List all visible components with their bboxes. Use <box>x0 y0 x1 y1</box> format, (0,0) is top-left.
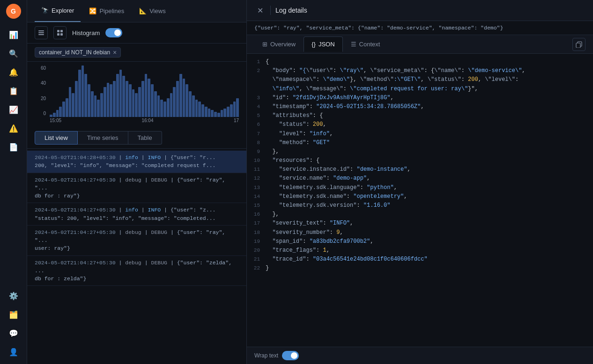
sidebar-item-alerts[interactable]: 🔔 <box>5 64 22 80</box>
line-number: 2 <box>247 66 266 75</box>
chart-bar <box>104 87 106 117</box>
log-level: debug <box>125 229 141 235</box>
chart-bar <box>145 74 148 117</box>
log-list[interactable]: 2024-05-02T21:04:28+05:30 | info | INFO … <box>27 149 246 364</box>
sidebar-item-dashboard[interactable]: 📋 <box>5 82 22 99</box>
list-item[interactable]: 2024-05-02T21:04:27+05:30 | info | INFO … <box>27 203 246 226</box>
line-number <box>247 75 266 84</box>
chart-bar <box>189 91 192 117</box>
log-body: {"user": "r... <box>170 154 216 160</box>
sidebar-bottom: ⚙️ 🗂️ 💬 👤 <box>5 287 22 360</box>
log-detail: "status": 200, "level": "info", "message… <box>35 215 215 221</box>
x-label-1505: 15:05 <box>50 118 61 123</box>
chart-bar <box>201 104 204 117</box>
json-line: 8 "method": "GET" <box>247 138 593 147</box>
json-line: 21 "trace_id": "03a4c56541e24bd08c1f0c64… <box>247 255 593 264</box>
views-label: Views <box>149 7 165 15</box>
line-content: "attributes": { <box>266 111 589 120</box>
log-timestamp: 2024-05-02T21:04:27+05:30 <box>35 229 116 235</box>
sidebar-item-settings[interactable]: ⚙️ <box>5 287 22 304</box>
chart-canvas <box>50 66 239 117</box>
sidebar-item-analytics[interactable]: 📈 <box>5 101 22 118</box>
chart-bar <box>88 84 90 117</box>
list-item[interactable]: 2024-05-02T21:04:27+05:30 | debug | DEBU… <box>27 173 246 204</box>
line-number: 18 <box>247 228 266 237</box>
list-item[interactable]: 2024-05-02T21:04:27+05:30 | debug | DEBU… <box>27 256 246 286</box>
view-tab-table[interactable]: Table <box>128 131 162 145</box>
list-item[interactable]: 2024-05-02T21:04:28+05:30 | info | INFO … <box>27 151 246 173</box>
line-content: "resources": { <box>266 156 589 165</box>
json-line: 22} <box>247 264 593 273</box>
sidebar-item-issues[interactable]: ⚠️ <box>5 120 22 137</box>
pipelines-icon: 🔀 <box>89 7 96 15</box>
view-tab-list[interactable]: List view <box>35 131 78 145</box>
line-number: 6 <box>247 120 266 129</box>
panel-tab-overview[interactable]: ⊞ Overview <box>254 36 304 52</box>
sidebar-item-reports[interactable]: 📄 <box>5 138 22 155</box>
line-content: "span_id": "a83bdb2cfa9700b2", <box>266 237 589 246</box>
line-number: 12 <box>247 174 266 183</box>
chart-bar <box>132 89 135 117</box>
main-area: 🔭 Explorer 🔀 Pipelines 📐 Views <box>27 0 246 364</box>
histogram-view-btn[interactable] <box>35 26 48 39</box>
chart-bar <box>198 102 201 117</box>
sidebar-item-user[interactable]: 👤 <box>5 343 22 360</box>
json-line: 3 "id": "2fd1DvjDxJv9Ash8YAyrHpTIj8G", <box>247 94 593 102</box>
filter-tag-close-btn[interactable]: × <box>113 49 117 56</box>
tab-explorer[interactable]: 🔭 Explorer <box>35 0 81 22</box>
line-number: 4 <box>247 102 266 111</box>
list-item[interactable]: 2024-05-02T21:04:27+05:30 | debug | DEBU… <box>27 226 246 256</box>
chart-bar <box>233 102 236 117</box>
svg-rect-8 <box>576 43 580 48</box>
line-content: }, <box>266 147 589 156</box>
view-tabs: List view Time series Table <box>27 127 246 149</box>
log-level-label: DEBUG <box>151 177 167 183</box>
chart-bar <box>211 110 214 117</box>
copy-button[interactable] <box>572 38 586 51</box>
line-number: 22 <box>247 264 266 273</box>
y-label-60: 60 <box>35 66 46 71</box>
wrap-text-toggle[interactable] <box>282 351 299 360</box>
sidebar-item-feedback[interactable]: 💬 <box>5 325 22 342</box>
log-detail: db for : ray"} <box>35 193 80 199</box>
panel-title: Log details <box>275 7 307 14</box>
chart-area: 60 40 20 0 15:05 16:04 17 <box>27 62 246 127</box>
line-content: } <box>266 264 589 273</box>
filter-tag[interactable]: container_id NOT_IN debian × <box>35 47 121 58</box>
json-content: 1{2 "body": "{\"user\": \"ray\", \"servi… <box>247 54 593 347</box>
svg-rect-5 <box>57 33 59 36</box>
json-line: 17 "severity_text": "INFO", <box>247 219 593 228</box>
view-tab-timeseries[interactable]: Time series <box>78 131 128 145</box>
chart-bar <box>230 104 233 117</box>
chart-y-labels: 60 40 20 0 <box>35 66 46 116</box>
chart-bar <box>122 76 125 117</box>
panel-close-button[interactable]: ✕ <box>254 5 266 16</box>
sidebar-item-search[interactable]: 🔍 <box>5 45 22 62</box>
tab-views[interactable]: 📐 Views <box>133 0 172 22</box>
sidebar-item-explore[interactable]: 📊 <box>5 26 22 43</box>
json-line: 13 "telemetry.sdk.language": "python", <box>247 183 593 192</box>
line-number: 11 <box>247 165 266 174</box>
panel-tab-context[interactable]: ☰ Context <box>343 36 388 52</box>
line-content: "level": "info", <box>266 130 589 138</box>
json-line: 16 }, <box>247 210 593 219</box>
chart-bar <box>116 74 119 117</box>
chart-bar <box>110 84 112 117</box>
line-content: "service.name": "demo-app", <box>266 174 589 183</box>
logo-text: G <box>11 7 16 15</box>
line-content: "trace_flags": 1, <box>266 246 589 255</box>
json-line: 15 "telemetry.sdk.version": "1.16.0" <box>247 201 593 210</box>
json-line: 2 "body": "{\"user\": \"ray\", \"service… <box>247 66 593 75</box>
line-content: "telemetry.sdk.language": "python", <box>266 183 589 192</box>
histogram-grid-btn[interactable] <box>53 26 67 39</box>
histogram-toggle[interactable] <box>105 28 122 37</box>
log-details-panel: ✕ Log details {"user": "ray", "service_m… <box>246 0 593 364</box>
wrap-text-label: Wrap text <box>254 352 278 359</box>
sidebar-item-layers[interactable]: 🗂️ <box>5 306 22 323</box>
panel-tab-json[interactable]: {} JSON <box>304 36 342 52</box>
chart-bar <box>97 100 100 117</box>
json-line: 11 "service.instance.id": "demo-instance… <box>247 165 593 174</box>
chart-bar <box>94 95 97 117</box>
chart-bar <box>126 81 128 117</box>
tab-pipelines[interactable]: 🔀 Pipelines <box>82 0 131 22</box>
